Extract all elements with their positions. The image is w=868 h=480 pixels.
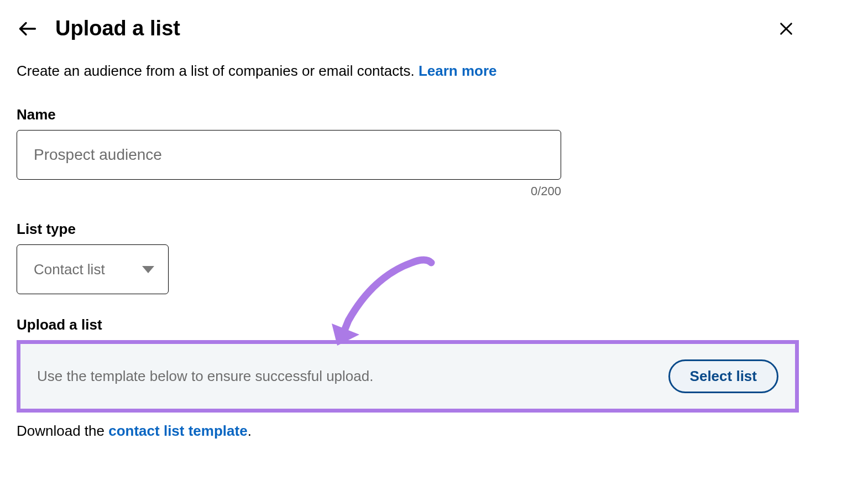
download-template-text: Download the contact list template. xyxy=(17,422,851,440)
header-left: Upload a list xyxy=(17,17,180,40)
upload-section-label: Upload a list xyxy=(17,316,851,333)
download-prefix: Download the xyxy=(17,422,108,439)
list-type-field-group: List type Contact list xyxy=(17,221,851,294)
name-label: Name xyxy=(17,106,851,123)
list-type-select[interactable]: Contact list xyxy=(17,244,169,294)
back-arrow-icon[interactable] xyxy=(17,18,39,40)
name-input[interactable] xyxy=(17,130,561,180)
char-counter: 0/200 xyxy=(17,184,561,199)
list-type-selected-value: Contact list xyxy=(34,261,105,278)
modal-header: Upload a list xyxy=(17,17,851,40)
close-icon[interactable] xyxy=(776,19,796,39)
download-suffix: . xyxy=(248,422,252,439)
upload-box-highlight: Use the template below to ensure success… xyxy=(17,340,799,413)
list-type-label: List type xyxy=(17,221,851,238)
contact-list-template-link[interactable]: contact list template xyxy=(108,422,247,439)
select-list-button[interactable]: Select list xyxy=(668,359,778,393)
description-text: Create an audience from a list of compan… xyxy=(17,62,851,80)
description-prefix: Create an audience from a list of compan… xyxy=(17,62,419,79)
page-title: Upload a list xyxy=(55,17,180,40)
upload-hint-text: Use the template below to ensure success… xyxy=(37,368,373,385)
name-field-group: Name 0/200 xyxy=(17,106,851,199)
learn-more-link[interactable]: Learn more xyxy=(419,62,497,79)
upload-box: Use the template below to ensure success… xyxy=(20,344,795,409)
chevron-down-icon xyxy=(142,266,154,273)
